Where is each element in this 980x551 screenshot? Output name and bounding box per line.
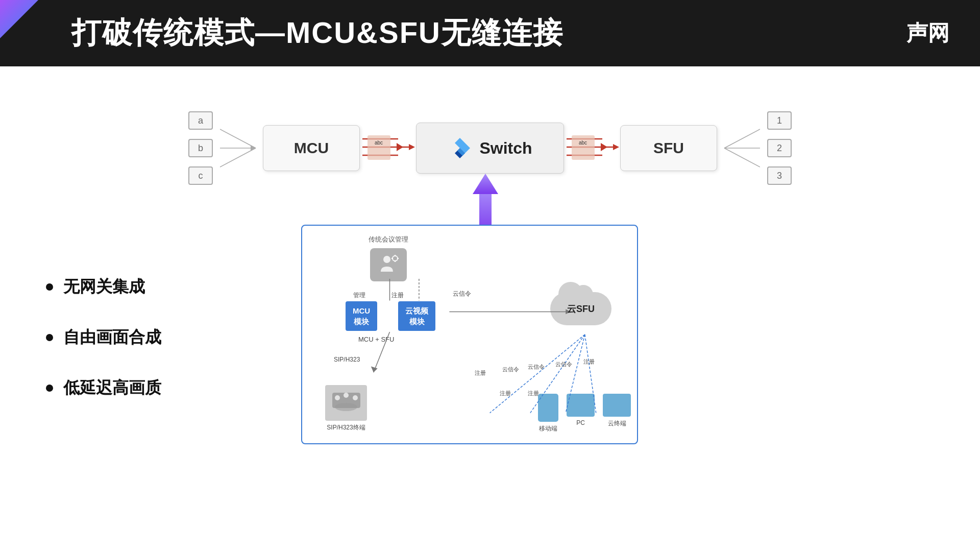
- brand-name: 声网: [906, 19, 949, 47]
- cloud-terminal-icon: [603, 394, 631, 417]
- bullet-points: 无网关集成 自由画面合成 低延迟高画质: [46, 276, 161, 399]
- mobile-label: 移动端: [538, 424, 558, 433]
- svg-line-3: [220, 148, 256, 167]
- svg-point-39: [335, 403, 357, 411]
- svg-rect-19: [572, 135, 595, 160]
- pc-device: PC: [567, 394, 595, 433]
- nodes-left: a b c: [188, 111, 213, 185]
- svg-marker-0: [0, 0, 38, 38]
- mcu-to-switch-arrow: abc: [360, 128, 416, 169]
- svg-marker-23: [613, 144, 619, 150]
- node-3: 3: [767, 166, 792, 185]
- cloud-terminal-label: 云终端: [603, 419, 631, 428]
- conf-mgmt-label: 传统会议管理: [369, 235, 408, 244]
- sip-terminal: SIP/H323终端: [325, 385, 367, 432]
- pc-label: PC: [567, 419, 595, 426]
- cloud-video-module: 云视频 模块: [398, 301, 435, 331]
- svg-text:abc: abc: [375, 140, 383, 146]
- bottom-diagram: 传统会议管理 MCU: [301, 225, 638, 444]
- bullet-dot-3: [46, 385, 53, 392]
- bullet-text-3: 低延迟高画质: [63, 377, 161, 399]
- svg-point-38: [353, 395, 358, 400]
- switch-logo-icon: [448, 136, 472, 160]
- conf-mgmt-area: 传统会议管理: [369, 235, 408, 281]
- node-2: 2: [767, 139, 792, 157]
- svg-line-1: [220, 129, 256, 148]
- cloud-sfu-shape: 云SFU: [550, 292, 611, 325]
- mcu-sfu-label: MCU + SFU: [358, 336, 394, 343]
- terminal-svg: [330, 388, 363, 418]
- bullet-dot-2: [46, 334, 53, 341]
- svg-text:注册: 注册: [500, 390, 511, 396]
- cloud-signal-label: 云信令: [453, 290, 471, 298]
- svg-text:云信令: 云信令: [528, 364, 545, 370]
- svg-text:注册: 注册: [475, 370, 486, 376]
- register-text: 注册: [391, 291, 404, 300]
- svg-marker-4: [251, 146, 256, 151]
- svg-point-30: [393, 256, 398, 261]
- switch-box: Switch: [416, 123, 564, 174]
- svg-marker-12: [409, 144, 415, 150]
- mcu-module: MCU 模块: [346, 301, 377, 331]
- svg-point-29: [383, 256, 390, 263]
- header: 打破传统模式—MCU&SFU无缝连接 声网: [0, 0, 980, 66]
- svg-rect-8: [368, 135, 390, 160]
- node-1: 1: [767, 111, 792, 130]
- svg-marker-45: [371, 366, 378, 372]
- switch-label: Switch: [479, 139, 532, 158]
- nodes-right: 1 2 3: [767, 111, 792, 185]
- switch-to-sfu-arrow: abc: [564, 128, 620, 169]
- main-content: a b c MCU abc: [0, 66, 980, 551]
- cloud-terminal-device: 云终端: [603, 394, 631, 433]
- internal-diagram: 传统会议管理 MCU: [302, 226, 637, 443]
- svg-text:注册: 注册: [528, 390, 539, 396]
- bullet-text-2: 自由画面合成: [63, 326, 161, 349]
- bullet-text-1: 无网关集成: [63, 276, 145, 298]
- conf-mgmt-icon: [370, 248, 407, 281]
- node-a: a: [188, 111, 213, 130]
- bullet-dot-1: [46, 283, 53, 291]
- svg-point-37: [344, 393, 349, 398]
- svg-text:注册: 注册: [583, 358, 595, 365]
- svg-line-24: [724, 129, 760, 148]
- svg-text:云信令: 云信令: [555, 361, 572, 367]
- sfu-box: SFU: [620, 125, 717, 171]
- sip-h323-label: SIP/H323: [334, 356, 360, 363]
- sip-terminal-label: SIP/H323终端: [325, 423, 367, 432]
- bullet-item-1: 无网关集成: [46, 276, 161, 298]
- terminal-icon: [325, 385, 367, 421]
- page-title: 打破传统模式—MCU&SFU无缝连接: [71, 13, 564, 53]
- mgmt-text: 管理: [353, 291, 365, 300]
- cloud-sfu-label: 云SFU: [567, 303, 595, 315]
- mcu-box: MCU: [263, 125, 360, 171]
- node-b: b: [188, 139, 213, 157]
- svg-text:abc: abc: [579, 140, 587, 146]
- mgmt-icon-svg: [376, 252, 401, 278]
- right-lines-svg: [719, 120, 760, 176]
- bullet-item-3: 低延迟高画质: [46, 377, 161, 399]
- svg-line-26: [724, 148, 760, 167]
- cloud-sfu-area: 云SFU: [550, 292, 611, 336]
- mobile-icon: [538, 394, 558, 422]
- svg-point-36: [335, 395, 340, 400]
- logo-triangle: [0, 0, 38, 38]
- left-lines-svg: [220, 120, 261, 176]
- node-c: c: [188, 166, 213, 185]
- svg-marker-28: [473, 174, 498, 194]
- mobile-device: 移动端: [538, 394, 558, 433]
- bullet-item-2: 自由画面合成: [46, 326, 161, 349]
- pc-icon: [567, 394, 595, 417]
- end-devices: 移动端 PC 云终端: [538, 394, 631, 433]
- svg-text:云信令: 云信令: [502, 366, 519, 372]
